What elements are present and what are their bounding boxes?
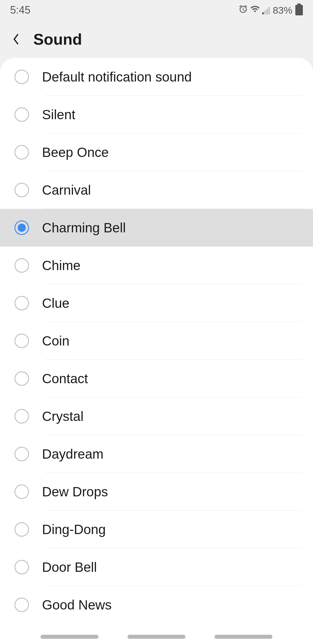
sound-option[interactable]: Coin	[0, 322, 313, 360]
radio-button[interactable]	[14, 107, 29, 122]
status-right: 83%	[239, 4, 303, 16]
radio-button[interactable]	[14, 522, 29, 537]
sound-option[interactable]: Silent	[0, 96, 313, 133]
sound-label: Default notification sound	[42, 69, 192, 85]
sound-option[interactable]: Clue	[0, 284, 313, 322]
nav-back[interactable]	[214, 635, 272, 639]
nav-recents[interactable]	[41, 635, 99, 639]
nav-home[interactable]	[128, 635, 185, 639]
sound-label: Crystal	[42, 408, 83, 424]
wifi-icon	[250, 4, 260, 16]
radio-button[interactable]	[14, 183, 29, 197]
status-icons	[239, 4, 270, 16]
sound-option[interactable]: Daydream	[0, 435, 313, 473]
sound-option[interactable]: Chime	[0, 247, 313, 284]
battery-icon	[295, 5, 303, 15]
sound-label: Silent	[42, 107, 75, 122]
sound-option[interactable]: Dew Drops	[0, 473, 313, 511]
radio-button[interactable]	[14, 258, 29, 273]
sound-label: Carnival	[42, 182, 91, 198]
battery-percent: 83%	[273, 5, 292, 16]
sound-option[interactable]: Good News	[0, 586, 313, 624]
sound-label: Beep Once	[42, 144, 109, 160]
sound-label: Chime	[42, 258, 81, 273]
back-button[interactable]	[10, 33, 22, 45]
sound-label: Daydream	[42, 446, 103, 462]
sound-list: Default notification soundSilentBeep Onc…	[0, 58, 313, 644]
sound-option[interactable]: Carnival	[0, 171, 313, 209]
radio-button[interactable]	[14, 145, 29, 160]
header: Sound	[0, 20, 313, 58]
sound-option[interactable]: Charming Bell	[0, 209, 313, 247]
alarm-icon	[239, 4, 248, 16]
sound-label: Contact	[42, 371, 88, 386]
radio-button[interactable]	[14, 220, 29, 235]
signal-icon	[262, 6, 270, 15]
status-time: 5:45	[10, 4, 30, 16]
page-title: Sound	[33, 30, 82, 48]
radio-button[interactable]	[14, 560, 29, 574]
sound-label: Charming Bell	[42, 220, 126, 236]
radio-button[interactable]	[14, 598, 29, 612]
nav-bar	[0, 629, 313, 644]
radio-button[interactable]	[14, 447, 29, 461]
sound-label: Ding-Dong	[42, 522, 106, 537]
sound-option[interactable]: Door Bell	[0, 548, 313, 586]
radio-inner	[18, 224, 26, 232]
radio-button[interactable]	[14, 409, 29, 424]
sound-label: Clue	[42, 295, 70, 311]
sound-option[interactable]: Crystal	[0, 397, 313, 435]
radio-button[interactable]	[14, 70, 29, 84]
sound-option[interactable]: Ding-Dong	[0, 511, 313, 548]
sound-label: Coin	[42, 333, 70, 349]
radio-button[interactable]	[14, 371, 29, 386]
radio-button[interactable]	[14, 296, 29, 310]
sound-option[interactable]: Contact	[0, 360, 313, 397]
sound-label: Good News	[42, 597, 112, 613]
radio-button[interactable]	[14, 484, 29, 499]
sound-option[interactable]: Default notification sound	[0, 58, 313, 96]
status-bar: 5:45 83%	[0, 0, 313, 20]
sound-label: Dew Drops	[42, 484, 108, 500]
sound-option[interactable]: Beep Once	[0, 133, 313, 171]
sound-label: Door Bell	[42, 559, 97, 575]
radio-button[interactable]	[14, 334, 29, 348]
chevron-left-icon	[12, 33, 19, 45]
